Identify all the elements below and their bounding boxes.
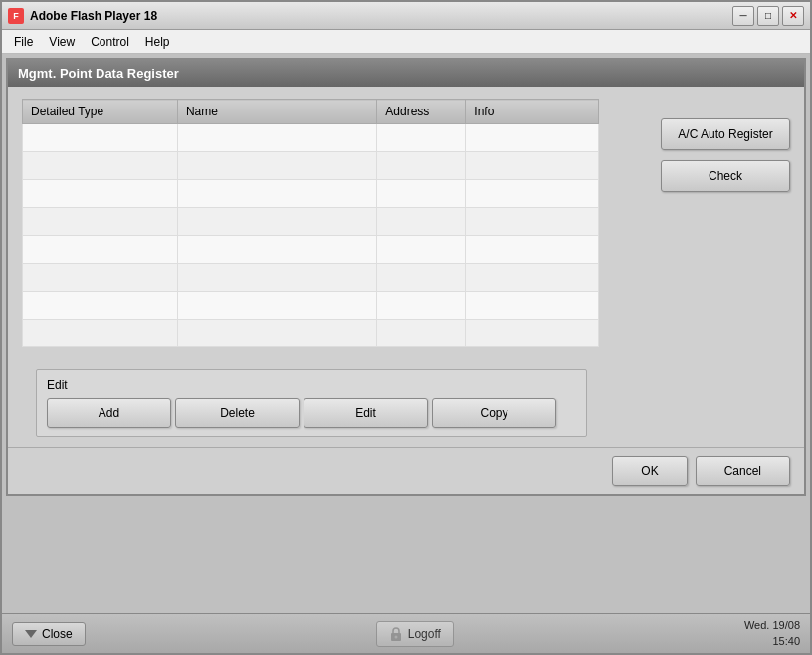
close-button[interactable]: ✕: [782, 6, 804, 26]
maximize-button[interactable]: □: [757, 6, 779, 26]
edit-container: Edit Add Delete Edit Copy: [8, 369, 804, 437]
right-buttons: A/C Auto Register Check: [661, 99, 790, 347]
table-cell: [466, 152, 599, 180]
ac-auto-register-button[interactable]: A/C Auto Register: [661, 118, 790, 150]
table-cell: [23, 152, 178, 180]
bottom-bar: OK Cancel: [8, 447, 804, 494]
table-cell: [23, 236, 178, 264]
data-table: Detailed Type Name Address Info: [22, 99, 599, 347]
taskbar: Close Logoff Wed. 19/0815:40: [2, 613, 810, 653]
close-taskbar-label: Close: [42, 627, 73, 641]
title-bar-left: F Adobe Flash Player 18: [8, 8, 157, 24]
check-button[interactable]: Check: [661, 160, 790, 192]
table-cell: [466, 264, 599, 292]
table-cell: [23, 264, 178, 292]
table-cell: [466, 320, 599, 347]
table-cell: [466, 236, 599, 264]
col-address: Address: [377, 100, 466, 124]
table-cell: [377, 124, 466, 152]
table-cell: [177, 124, 376, 152]
table-cell: [23, 292, 178, 320]
logoff-label: Logoff: [408, 627, 441, 641]
table-section: Detailed Type Name Address Info: [22, 99, 641, 347]
table-cell: [377, 320, 466, 347]
table-cell: [466, 292, 599, 320]
delete-button[interactable]: Delete: [175, 398, 300, 428]
edit-label: Edit: [47, 378, 576, 392]
window-title: Adobe Flash Player 18: [30, 9, 157, 23]
table-row[interactable]: [23, 208, 599, 236]
table-cell: [177, 320, 376, 347]
table-cell: [377, 152, 466, 180]
table-cell: [177, 152, 376, 180]
add-button[interactable]: Add: [47, 398, 171, 428]
taskbar-datetime: Wed. 19/0815:40: [744, 618, 800, 649]
table-cell: [466, 208, 599, 236]
app-title: Mgmt. Point Data Register: [8, 60, 804, 87]
title-bar-controls: ─ □ ✕: [732, 6, 804, 26]
menu-view[interactable]: View: [41, 33, 83, 51]
menu-help[interactable]: Help: [137, 33, 178, 51]
table-row[interactable]: [23, 124, 599, 152]
table-cell: [377, 292, 466, 320]
lock-icon: [389, 626, 403, 642]
minimize-button[interactable]: ─: [732, 6, 754, 26]
table-cell: [177, 292, 376, 320]
table-row[interactable]: [23, 292, 599, 320]
col-name: Name: [177, 100, 376, 124]
taskbar-left: Close: [12, 622, 86, 646]
logoff-button[interactable]: Logoff: [376, 621, 454, 647]
table-cell: [23, 320, 178, 347]
edit-buttons: Add Delete Edit Copy: [47, 398, 576, 428]
close-arrow-icon: [25, 630, 37, 638]
table-row[interactable]: [23, 152, 599, 180]
edit-section: Edit Add Delete Edit Copy: [36, 369, 587, 437]
table-cell: [466, 124, 599, 152]
table-row[interactable]: [23, 264, 599, 292]
edit-button[interactable]: Edit: [304, 398, 428, 428]
table-cell: [377, 236, 466, 264]
ok-button[interactable]: OK: [612, 456, 687, 486]
table-row[interactable]: [23, 180, 599, 208]
table-cell: [177, 264, 376, 292]
table-cell: [23, 208, 178, 236]
taskbar-center: Logoff: [376, 621, 454, 647]
table-cell: [177, 180, 376, 208]
title-bar: F Adobe Flash Player 18 ─ □ ✕: [2, 2, 810, 30]
col-info: Info: [466, 100, 599, 124]
table-cell: [23, 180, 178, 208]
close-taskbar-button[interactable]: Close: [12, 622, 86, 646]
table-cell: [377, 180, 466, 208]
table-row[interactable]: [23, 320, 599, 347]
svg-point-1: [394, 635, 397, 638]
table-cell: [177, 236, 376, 264]
cancel-button[interactable]: Cancel: [696, 456, 790, 486]
table-cell: [377, 208, 466, 236]
table-cell: [23, 124, 178, 152]
menu-bar: File View Control Help: [2, 30, 810, 54]
menu-control[interactable]: Control: [83, 33, 137, 51]
copy-button[interactable]: Copy: [432, 398, 556, 428]
table-row[interactable]: [23, 236, 599, 264]
content-area: Detailed Type Name Address Info A/C Auto…: [8, 87, 804, 359]
table-cell: [377, 264, 466, 292]
app-icon: F: [8, 8, 24, 24]
col-detailed-type: Detailed Type: [23, 100, 178, 124]
menu-file[interactable]: File: [6, 33, 41, 51]
table-cell: [466, 180, 599, 208]
table-cell: [177, 208, 376, 236]
